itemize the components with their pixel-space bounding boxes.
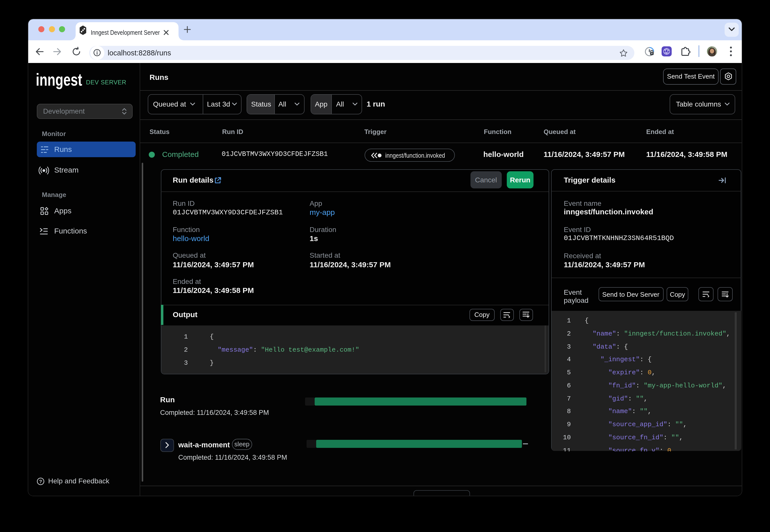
svg-text:inngest: inngest xyxy=(36,71,82,89)
svg-text:?: ? xyxy=(39,479,42,484)
svg-text:Inngest Development Server: Inngest Development Server xyxy=(91,29,160,36)
